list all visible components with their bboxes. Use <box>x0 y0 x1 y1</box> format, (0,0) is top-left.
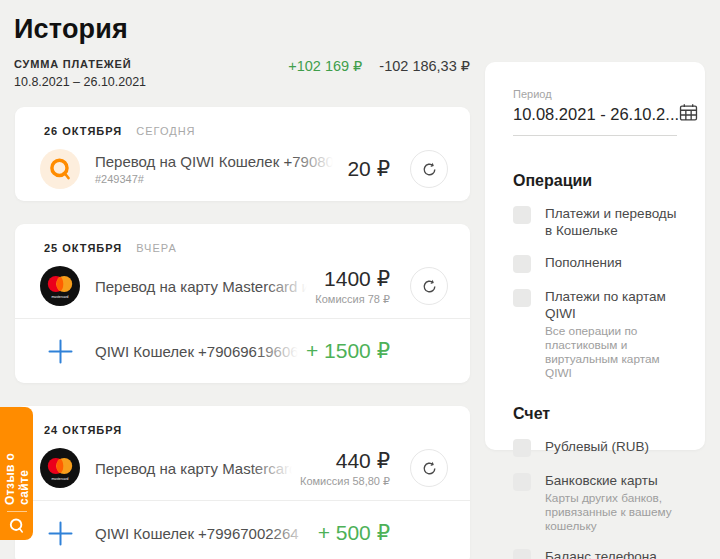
divider <box>7 511 27 512</box>
transaction-info: Перевод на карту Mastercard или Ma <box>95 278 307 295</box>
transactions-card: 24 ОКТЯБРЯ mastercard Перевод на карту M… <box>15 406 470 559</box>
checkbox-label: Пополнения <box>545 254 677 271</box>
account-filter-row[interactable]: Баланс телефона <box>513 548 677 559</box>
operation-filter-checkbox[interactable] <box>513 255 531 273</box>
mastercard-logo-icon: mastercard <box>40 266 80 306</box>
relative-day-label: СЕГОДНЯ <box>136 125 195 137</box>
transaction-amount: 20 ₽ <box>347 157 390 181</box>
repeat-payment-button[interactable] <box>410 150 448 188</box>
page-title: История <box>14 14 128 45</box>
account-heading: Счет <box>513 405 677 423</box>
svg-text:mastercard: mastercard <box>52 477 69 481</box>
transaction-amount-block: 1400 ₽ Комиссия 78 ₽ <box>315 267 390 306</box>
filters-panel: Период 10.08.2021 - 26.10.2... Операции … <box>485 62 705 450</box>
operations-heading: Операции <box>513 172 677 190</box>
qiwi-logo-icon <box>40 149 80 189</box>
transaction-row[interactable]: mastercard Перевод на карту Mastercard и… <box>15 436 470 500</box>
transactions-card: 25 ОКТЯБРЯ ВЧЕРА mastercard Перевод на к… <box>15 224 470 383</box>
summary-label: СУММА ПЛАТЕЖЕЙ <box>14 58 131 70</box>
operation-filter-text[interactable]: Пополнения <box>545 254 677 271</box>
date-label: 26 ОКТЯБРЯ <box>44 125 122 137</box>
site-feedback-tab[interactable]: Отзыв о сайте <box>0 407 33 540</box>
checkbox-label: Баланс телефона <box>545 548 677 559</box>
operation-filter-row[interactable]: Пополнения <box>513 254 677 273</box>
transaction-info: QIWI Кошелек +79069619606 <box>95 343 298 360</box>
transaction-title: QIWI Кошелек +79967002264 <box>95 525 310 542</box>
transaction-amount-block: + 500 ₽ <box>318 521 390 545</box>
account-filter-text[interactable]: Рублевый (RUB) <box>545 438 677 455</box>
feedback-tab-label: Отзыв о сайте <box>3 421 31 505</box>
checkbox-label: Рублевый (RUB) <box>545 438 677 455</box>
svg-text:mastercard: mastercard <box>52 295 69 299</box>
transaction-amount: 440 ₽ <box>336 449 390 473</box>
transaction-comment: #249347# <box>95 173 339 185</box>
qiwi-logo-icon <box>8 517 25 539</box>
operation-filter-text[interactable]: Платежи и переводы в Кошельке <box>545 205 677 239</box>
account-filter-checkbox[interactable] <box>513 439 531 457</box>
transaction-amount-block: + 1500 ₽ <box>306 339 390 363</box>
transaction-fee: Комиссия 58,80 ₽ <box>300 475 390 488</box>
account-filter-list: Рублевый (RUB) Банковские карты Карты др… <box>513 438 677 559</box>
date-header: 24 ОКТЯБРЯ <box>15 406 470 436</box>
transaction-row[interactable]: QIWI Кошелек +79967002264 + 500 ₽ <box>15 501 470 559</box>
transaction-amount: + 1500 ₽ <box>306 339 390 363</box>
date-label: 24 ОКТЯБРЯ <box>44 424 122 436</box>
plus-icon <box>40 331 80 371</box>
summary-income: +102 169 ₽ <box>288 58 362 74</box>
operations-filter-list: Платежи и переводы в Кошельке Пополнения… <box>513 205 677 380</box>
calendar-icon[interactable] <box>679 103 698 126</box>
operation-filter-row[interactable]: Платежи и переводы в Кошельке <box>513 205 677 239</box>
repeat-icon <box>421 278 438 295</box>
plus-icon <box>40 513 80 553</box>
mastercard-logo-icon: mastercard <box>40 448 80 488</box>
period-input[interactable]: 10.08.2021 - 26.10.2... <box>513 100 677 136</box>
transaction-amount-block: 440 ₽ Комиссия 58,80 ₽ <box>300 449 390 488</box>
date-header: 26 ОКТЯБРЯ СЕГОДНЯ <box>15 107 470 137</box>
account-filter-checkbox[interactable] <box>513 473 531 491</box>
transaction-row[interactable]: Перевод на QIWI Кошелек +7908007462 #249… <box>15 137 470 201</box>
transaction-fee: Комиссия 78 ₽ <box>315 293 390 306</box>
transaction-info: QIWI Кошелек +79967002264 <box>95 525 310 542</box>
account-filter-row[interactable]: Рублевый (RUB) <box>513 438 677 457</box>
summary-date-range: 10.8.2021 – 26.10.2021 <box>14 75 146 89</box>
operation-filter-text[interactable]: Платежи по картам QIWI Все операции по п… <box>545 288 677 380</box>
transaction-amount: + 500 ₽ <box>318 521 390 545</box>
operation-filter-row[interactable]: Платежи по картам QIWI Все операции по п… <box>513 288 677 380</box>
checkbox-sublabel: Все операции по пластиковым и виртуальны… <box>545 324 677 380</box>
operation-filter-checkbox[interactable] <box>513 206 531 224</box>
account-filter-text[interactable]: Банковские карты Карты других банков, пр… <box>545 472 677 533</box>
account-filter-row[interactable]: Банковские карты Карты других банков, пр… <box>513 472 677 533</box>
checkbox-sublabel: Карты других банков, привязанные к вашем… <box>545 491 677 533</box>
account-filter-text[interactable]: Баланс телефона <box>545 548 677 559</box>
checkbox-label: Банковские карты <box>545 472 677 489</box>
transaction-info: Перевод на карту Mastercard или Ma <box>95 460 292 477</box>
account-filter-checkbox[interactable] <box>513 549 531 559</box>
repeat-icon <box>421 460 438 477</box>
checkbox-label: Платежи и переводы в Кошельке <box>545 205 677 239</box>
relative-day-label: ВЧЕРА <box>136 242 176 254</box>
transaction-row[interactable]: QIWI Кошелек +79069619606 + 1500 ₽ <box>15 319 470 383</box>
transaction-row[interactable]: mastercard Перевод на карту Mastercard и… <box>15 254 470 318</box>
transactions-card: 26 ОКТЯБРЯ СЕГОДНЯ Перевод на QIWI Кошел… <box>15 107 470 201</box>
transaction-title: Перевод на карту Mastercard или Ma <box>95 460 292 477</box>
date-label: 25 ОКТЯБРЯ <box>44 242 122 254</box>
transaction-title: QIWI Кошелек +79069619606 <box>95 343 298 360</box>
summary-expense: -102 186,33 ₽ <box>379 58 470 74</box>
period-value[interactable]: 10.08.2021 - 26.10.2... <box>513 105 679 124</box>
transaction-title: Перевод на карту Mastercard или Ma <box>95 278 307 295</box>
period-label: Период <box>513 88 677 100</box>
checkbox-label: Платежи по картам QIWI <box>545 288 677 322</box>
transaction-amount: 1400 ₽ <box>324 267 390 291</box>
transaction-info: Перевод на QIWI Кошелек +7908007462 #249… <box>95 153 339 185</box>
repeat-payment-button[interactable] <box>410 449 448 487</box>
summary-amounts: +102 169 ₽ -102 186,33 ₽ <box>288 58 470 74</box>
transactions-list: 26 ОКТЯБРЯ СЕГОДНЯ Перевод на QIWI Кошел… <box>15 107 470 559</box>
transaction-amount-block: 20 ₽ <box>347 157 390 181</box>
date-header: 25 ОКТЯБРЯ ВЧЕРА <box>15 224 470 254</box>
transaction-title: Перевод на QIWI Кошелек +7908007462 <box>95 153 333 170</box>
repeat-payment-button[interactable] <box>410 267 448 305</box>
repeat-icon <box>421 161 438 178</box>
operation-filter-checkbox[interactable] <box>513 289 531 307</box>
